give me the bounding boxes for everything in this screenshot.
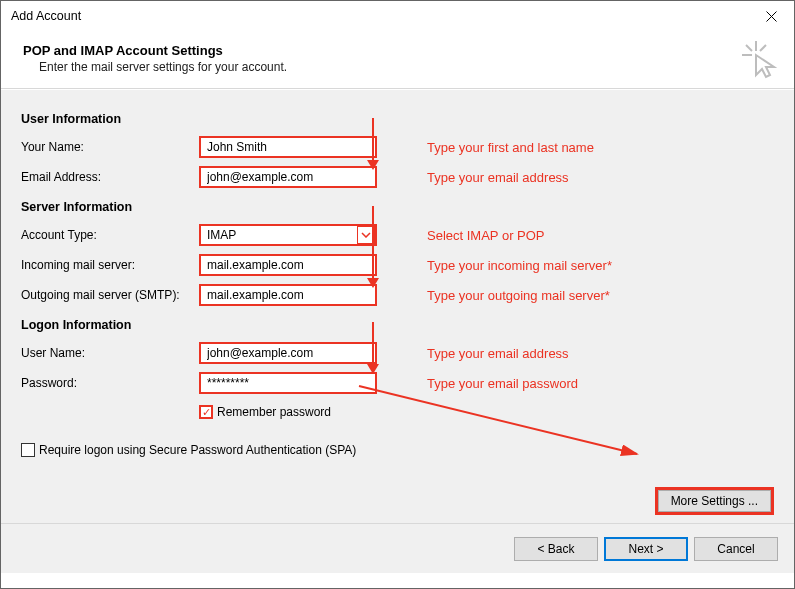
password-input[interactable] [199,372,377,394]
svg-line-5 [760,45,766,51]
more-settings-highlight: More Settings ... [655,487,774,515]
incoming-hint: Type your incoming mail server* [427,258,612,273]
section-server-info: Server Information [21,200,774,214]
close-icon [766,11,777,22]
row-spa: Require logon using Secure Password Auth… [21,438,774,462]
username-label: User Name: [21,346,199,360]
row-incoming: Incoming mail server: Type your incoming… [21,250,774,280]
your-name-label: Your Name: [21,140,199,154]
password-hint: Type your email password [427,376,578,391]
your-name-input[interactable] [199,136,377,158]
row-your-name: Your Name: Type your first and last name [21,132,774,162]
email-input[interactable] [199,166,377,188]
close-button[interactable] [748,1,794,31]
incoming-label: Incoming mail server: [21,258,199,272]
row-account-type: Account Type: IMAP Select IMAP or POP [21,220,774,250]
window-title: Add Account [11,9,81,23]
header-subtitle: Enter the mail server settings for your … [23,60,772,74]
add-account-window: Add Account POP and IMAP Account Setting… [0,0,795,589]
titlebar: Add Account [1,1,794,31]
back-button[interactable]: < Back [514,537,598,561]
username-hint: Type your email address [427,346,569,361]
next-button[interactable]: Next > [604,537,688,561]
remember-password-checkbox[interactable]: ✓ [199,405,213,419]
row-outgoing: Outgoing mail server (SMTP): Type your o… [21,280,774,310]
content-area: User Information Your Name: Type your fi… [1,89,794,523]
account-type-value: IMAP [207,228,236,242]
header-band: POP and IMAP Account Settings Enter the … [1,31,794,89]
section-logon-info: Logon Information [21,318,774,332]
row-username: User Name: Type your email address [21,338,774,368]
row-remember-password: ✓ Remember password [21,400,774,424]
username-input[interactable] [199,342,377,364]
chevron-down-icon [361,232,371,238]
outgoing-label: Outgoing mail server (SMTP): [21,288,199,302]
account-type-label: Account Type: [21,228,199,242]
header-title: POP and IMAP Account Settings [23,43,772,58]
button-bar: < Back Next > Cancel [1,523,794,573]
section-user-info: User Information [21,112,774,126]
password-label: Password: [21,376,199,390]
email-label: Email Address: [21,170,199,184]
cursor-sparkle-icon [740,39,780,79]
account-type-select[interactable]: IMAP [199,224,377,246]
outgoing-hint: Type your outgoing mail server* [427,288,610,303]
incoming-input[interactable] [199,254,377,276]
more-settings-button[interactable]: More Settings ... [658,490,771,512]
spa-label: Require logon using Secure Password Auth… [39,443,356,457]
row-email: Email Address: Type your email address [21,162,774,192]
row-password: Password: Type your email password [21,368,774,398]
account-type-hint: Select IMAP or POP [427,228,545,243]
spa-checkbox[interactable] [21,443,35,457]
cancel-button[interactable]: Cancel [694,537,778,561]
dropdown-button[interactable] [357,226,375,244]
check-icon: ✓ [202,407,211,418]
email-hint: Type your email address [427,170,569,185]
svg-line-4 [746,45,752,51]
your-name-hint: Type your first and last name [427,140,594,155]
outgoing-input[interactable] [199,284,377,306]
remember-password-label: Remember password [217,405,331,419]
